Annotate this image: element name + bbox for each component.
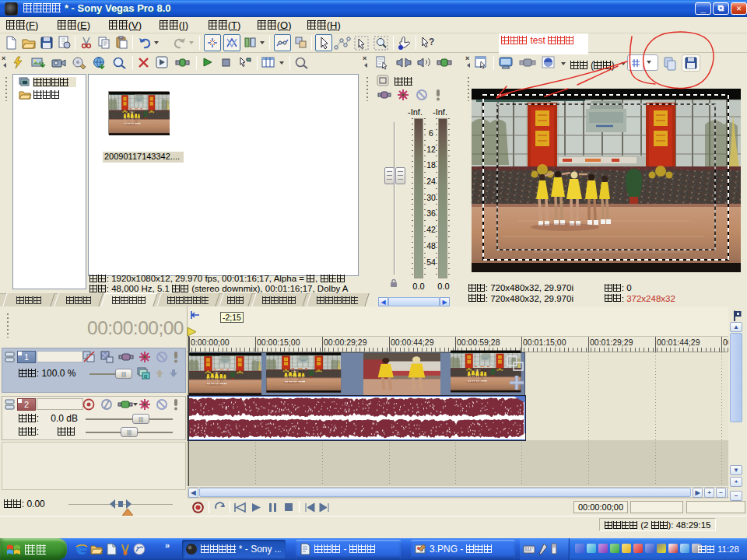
svg-text:?: ?	[429, 37, 434, 47]
svg-text:α: α	[144, 373, 147, 379]
